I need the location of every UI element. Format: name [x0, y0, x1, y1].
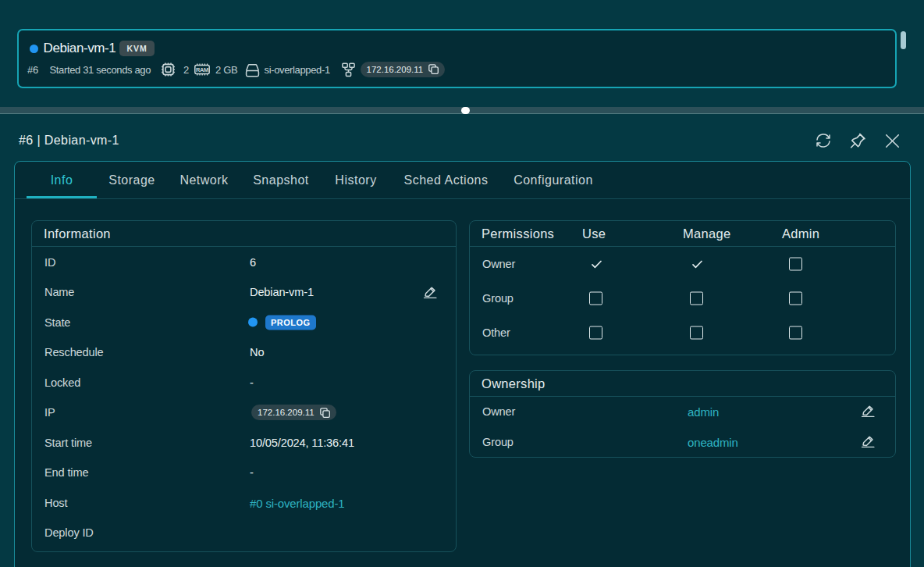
svg-text:RAM: RAM — [196, 66, 208, 73]
